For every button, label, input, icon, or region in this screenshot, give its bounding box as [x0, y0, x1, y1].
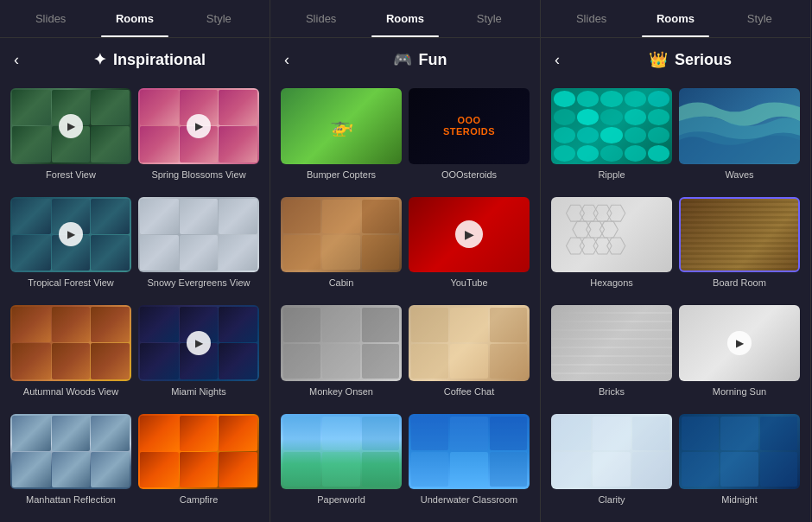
room-midnight[interactable]: Midnight [679, 414, 800, 516]
room-bricks[interactable]: Bricks [551, 305, 672, 407]
label-autumnal: Autumnal Woods View [23, 385, 118, 398]
room-paperworld[interactable]: Paperworld [281, 414, 402, 516]
thumb-ripple [551, 88, 672, 164]
svg-marker-0 [567, 205, 585, 221]
thumb-midnight [679, 414, 800, 490]
room-waves[interactable]: Waves [679, 88, 800, 190]
thumb-campfire [138, 414, 259, 490]
label-morning-sun: Morning Sun [713, 385, 766, 398]
svg-marker-6 [599, 221, 618, 238]
label-snowy: Snowy Evergreens View [147, 277, 250, 289]
play-icon-tropical: ▶ [59, 222, 83, 246]
thumb-forest-view: ▶ [10, 88, 131, 164]
room-ooo-steroids[interactable]: OOOSTEROIDS OOOsteroids [409, 88, 530, 190]
label-midnight: Midnight [721, 493, 758, 506]
tab-rooms-3[interactable]: Rooms [633, 0, 717, 37]
room-underwater[interactable]: Underwater Classroom [409, 414, 530, 516]
label-paperworld: Paperworld [317, 493, 365, 506]
panel-fun: Slides Rooms Style ‹ 🎮 Fun 🚁 Bumper Copt… [270, 0, 541, 522]
room-bumper-copters[interactable]: 🚁 Bumper Copters [281, 88, 402, 190]
label-campfire: Campfire [180, 493, 219, 506]
label-spring-blossoms: Spring Blossoms View [151, 169, 245, 181]
thumb-snowy [138, 197, 259, 273]
svg-marker-10 [607, 238, 625, 254]
tab-style-2[interactable]: Style [447, 0, 531, 37]
tab-bar-3: Slides Rooms Style [541, 0, 810, 38]
thumb-manhattan [10, 414, 131, 490]
thumb-monkey-onsen [281, 305, 402, 381]
svg-marker-3 [607, 205, 625, 221]
tab-bar-2: Slides Rooms Style [270, 0, 540, 38]
thumb-waves [679, 88, 800, 164]
header-icon-2: 🎮 [393, 50, 412, 69]
room-forest-view[interactable]: ▶ Forest View [10, 88, 131, 190]
thumb-spring-blossoms: ▶ [138, 88, 259, 164]
label-manhattan: Manhattan Reflection [26, 493, 116, 506]
room-clarity[interactable]: Clarity [551, 414, 672, 516]
thumb-coffee-chat [409, 305, 530, 381]
tab-style-3[interactable]: Style [718, 0, 802, 37]
room-miami-nights[interactable]: ▶ Miami Nights [138, 305, 259, 407]
svg-marker-8 [580, 238, 598, 254]
room-spring-blossoms[interactable]: ▶ Spring Blossoms View [138, 88, 259, 190]
header-title-2: 🎮 Fun [314, 50, 526, 69]
label-youtube: YouTube [450, 277, 487, 289]
thumb-paperworld [281, 414, 402, 490]
play-icon-spring: ▶ [187, 114, 211, 138]
label-monkey-onsen: Monkey Onsen [309, 385, 373, 398]
thumb-clarity [551, 414, 672, 490]
panel-header-3: ‹ 👑 Serious [541, 38, 810, 81]
label-forest-view: Forest View [46, 169, 96, 181]
tab-slides-3[interactable]: Slides [549, 0, 633, 37]
rooms-grid-2: 🚁 Bumper Copters OOOSTEROIDS OOOsteroids [270, 81, 540, 522]
tab-slides-1[interactable]: Slides [9, 0, 92, 37]
svg-marker-2 [593, 205, 612, 221]
label-miami: Miami Nights [171, 385, 226, 398]
thumb-tropical: ▶ [10, 197, 131, 273]
room-cabin[interactable]: Cabin [281, 197, 402, 299]
room-manhattan[interactable]: Manhattan Reflection [10, 414, 131, 516]
room-snowy-evergreens[interactable]: Snowy Evergreens View [138, 197, 259, 299]
room-monkey-onsen[interactable]: Monkey Onsen [281, 305, 402, 407]
label-coffee-chat: Coffee Chat [444, 385, 495, 398]
svg-marker-1 [580, 205, 598, 221]
room-coffee-chat[interactable]: Coffee Chat [409, 305, 530, 407]
panel-header-2: ‹ 🎮 Fun [270, 38, 540, 81]
tab-rooms-2[interactable]: Rooms [363, 0, 447, 37]
back-button-1[interactable]: ‹ [14, 51, 35, 69]
thumb-board-room [679, 197, 800, 273]
svg-marker-9 [593, 238, 612, 254]
tab-style-1[interactable]: Style [177, 0, 261, 37]
label-hexagons: Hexagons [590, 277, 633, 289]
panel-header-1: ‹ ✦ Inspirational [0, 38, 270, 81]
header-icon-1: ✦ [93, 50, 106, 69]
tab-slides-2[interactable]: Slides [279, 0, 363, 37]
header-icon-3: 👑 [649, 50, 668, 69]
thumb-cabin [281, 197, 402, 273]
label-ooo-steroids: OOOsteroids [441, 169, 497, 181]
room-autumnal-woods[interactable]: Autumnal Woods View [10, 305, 131, 407]
back-button-2[interactable]: ‹ [284, 51, 305, 69]
thumb-miami: ▶ [138, 305, 259, 381]
room-tropical-forest[interactable]: ▶ Tropical Forest View [10, 197, 131, 299]
room-ripple[interactable]: Ripple [551, 88, 672, 190]
back-button-3[interactable]: ‹ [555, 51, 575, 69]
svg-marker-7 [567, 238, 585, 254]
room-board-room[interactable]: Board Room [679, 197, 800, 299]
room-hexagons[interactable]: Hexagons [551, 197, 672, 299]
play-icon-morning-sun: ▶ [727, 331, 752, 355]
room-morning-sun[interactable]: ▶ Morning Sun [679, 305, 800, 407]
label-bumper-copters: Bumper Copters [307, 169, 376, 181]
tab-bar-1: Slides Rooms Style [0, 0, 270, 38]
header-title-3: 👑 Serious [584, 50, 796, 69]
room-youtube[interactable]: ▶ YouTube [409, 197, 530, 299]
tab-rooms-1[interactable]: Rooms [92, 0, 176, 37]
room-campfire[interactable]: Campfire [138, 414, 259, 516]
rooms-grid-1: ▶ Forest View ▶ Spring Blossoms View [0, 81, 270, 522]
label-underwater: Underwater Classroom [421, 493, 517, 506]
header-text-1: Inspirational [113, 51, 206, 69]
thumb-underwater [409, 414, 530, 490]
thumb-youtube: ▶ [409, 197, 530, 273]
thumb-bricks [551, 305, 672, 381]
thumb-autumnal [10, 305, 131, 381]
